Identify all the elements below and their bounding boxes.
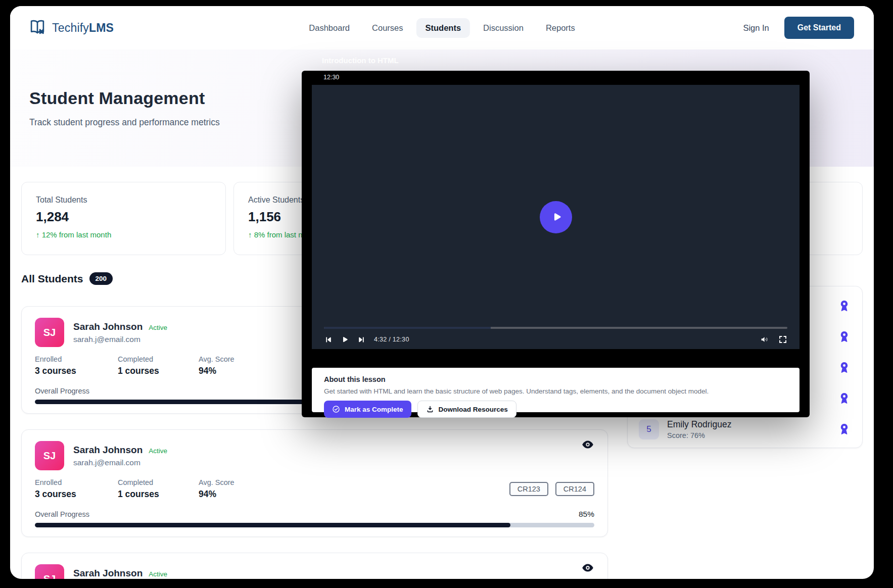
avatar: SJ (35, 564, 64, 579)
stat-card-total-students: Total Students 1,284 ↑ 12% from last mon… (21, 182, 226, 255)
award-ribbon-icon (837, 361, 851, 374)
about-title: About this lesson (324, 375, 787, 383)
avg-score-value: 94% (199, 366, 279, 376)
view-student-button[interactable] (581, 561, 594, 574)
student-name: Sarah Johnson (73, 321, 143, 332)
brand-name: TechifyLMS (52, 21, 114, 35)
fullscreen-button[interactable] (778, 335, 787, 344)
stat-label: Total Students (36, 195, 211, 205)
student-name: Sarah Johnson (73, 568, 143, 579)
award-ribbon-icon (837, 422, 851, 436)
nav-item-dashboard[interactable]: Dashboard (300, 18, 359, 38)
top-navigation-bar: TechifyLMS Dashboard Courses Students Di… (10, 6, 874, 50)
progress-bar-fill (35, 523, 510, 527)
skip-back-button[interactable] (324, 335, 333, 344)
student-name: Sarah Johnson (73, 445, 143, 456)
leaderboard-score: Score: 76% (667, 431, 731, 439)
play-overlay-button[interactable] (540, 201, 572, 233)
award-ribbon-icon (837, 299, 851, 313)
course-chip[interactable]: CR123 (509, 482, 548, 496)
play-button[interactable] (341, 335, 349, 344)
student-card: SJ Sarah Johnson Active sarah.j@email.co… (21, 429, 608, 537)
course-chip[interactable]: CR124 (555, 482, 594, 496)
video-player-modal: 12:30 4:32 / (302, 71, 810, 417)
video-progress-fill (324, 327, 491, 329)
enrolled-value: 3 courses (35, 366, 118, 376)
progress-label: Overall Progress (35, 387, 89, 395)
nav-item-courses[interactable]: Courses (363, 18, 412, 38)
status-badge: Active (149, 570, 167, 578)
leaderboard-name: Emily Rodriguez (667, 419, 731, 430)
avg-score-value: 94% (199, 489, 279, 500)
student-email: sarah.j@email.com (73, 335, 167, 344)
volume-icon (760, 335, 769, 344)
stat-value: 1,284 (36, 209, 211, 225)
volume-button[interactable] (760, 335, 769, 344)
avatar: SJ (35, 318, 64, 347)
mark-complete-button[interactable]: Mark as Complete (324, 401, 411, 418)
sign-in-link[interactable]: Sign In (743, 23, 769, 33)
nav-item-reports[interactable]: Reports (537, 18, 584, 38)
completed-value: 1 courses (118, 366, 199, 376)
status-badge: Active (149, 324, 167, 331)
stat-delta: ↑ 12% from last month (36, 230, 211, 239)
status-badge: Active (149, 447, 167, 455)
avatar: SJ (35, 441, 64, 470)
play-icon (341, 335, 349, 344)
view-student-button[interactable] (581, 438, 594, 451)
get-started-button[interactable]: Get Started (784, 17, 854, 39)
list-title: All Students (21, 273, 83, 285)
fullscreen-icon (778, 335, 787, 344)
download-icon (426, 405, 434, 413)
award-ribbon-icon (837, 391, 851, 405)
progress-bar (35, 523, 594, 527)
nav-item-students[interactable]: Students (416, 18, 471, 38)
enrolled-value: 3 courses (35, 489, 118, 500)
eye-icon (581, 438, 594, 451)
nav-item-discussion[interactable]: Discussion (474, 18, 533, 38)
student-count-badge: 200 (89, 272, 113, 285)
lesson-title: Introduction to HTML (322, 56, 399, 65)
skip-back-icon (324, 335, 333, 344)
skip-forward-button[interactable] (357, 335, 366, 344)
award-ribbon-icon (837, 330, 851, 344)
open-book-icon (28, 17, 47, 38)
app-window: TechifyLMS Dashboard Courses Students Di… (10, 6, 874, 579)
video-timestamp: 4:32 / 12:30 (374, 336, 409, 343)
lesson-duration: 12:30 (323, 74, 339, 81)
lesson-about-panel: About this lesson Get started with HTML … (312, 368, 800, 412)
video-area[interactable]: 4:32 / 12:30 (312, 85, 800, 349)
student-email: sarah.j@email.com (73, 458, 167, 467)
progress-percent: 85% (579, 510, 594, 519)
video-progress-bar[interactable] (324, 327, 787, 329)
download-resources-button[interactable]: Download Resources (417, 401, 516, 418)
brand-logo[interactable]: TechifyLMS (28, 17, 114, 38)
about-description: Get started with HTML and learn the basi… (324, 387, 787, 395)
eye-icon (581, 561, 594, 574)
leaderboard-row[interactable]: 5 Emily RodriguezScore: 76% (628, 414, 862, 445)
play-icon (549, 210, 563, 224)
skip-forward-icon (357, 335, 366, 344)
main-nav: Dashboard Courses Students Discussion Re… (300, 18, 584, 38)
check-circle-icon (332, 405, 340, 413)
student-card: SJ Sarah Johnson Active sarah.j@email.co… (21, 553, 608, 579)
rank-badge: 5 (639, 419, 659, 439)
progress-label: Overall Progress (35, 510, 89, 518)
completed-value: 1 courses (118, 489, 199, 500)
